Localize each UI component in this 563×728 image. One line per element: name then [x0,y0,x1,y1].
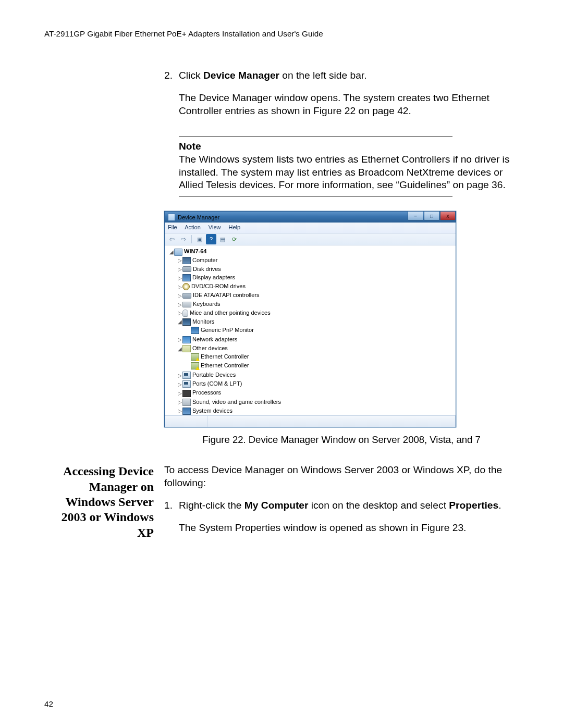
tree-label: Disk drives [193,266,221,272]
expand-icon[interactable]: ▷ [177,390,182,397]
scan-hardware-button[interactable]: ⟳ [229,234,239,244]
note-block: Note The Windows system lists two entrie… [179,140,519,192]
section2-intro: To access Device Manager on Windows Serv… [164,464,519,490]
tree-ethernet-controller-2[interactable]: Ethernet Controller [186,361,454,370]
tree-label: Network adapters [192,336,237,342]
forward-button[interactable]: ⇨ [178,234,189,244]
disk-icon [182,266,191,272]
maximize-button[interactable]: □ [424,212,439,220]
tree-ethernet-controller-1[interactable]: Ethernet Controller [186,352,454,361]
tree-root-label: WIN7-64 [184,248,206,254]
tree-label: Processors [192,389,221,396]
expand-icon[interactable]: ◢ [169,249,174,255]
device-tree[interactable]: ◢WIN7-64 ▷Computer ▷Disk drives ▷Display… [165,245,456,415]
properties-button[interactable]: ▣ [194,234,205,244]
menu-file[interactable]: File [168,224,177,230]
minimize-button[interactable]: – [408,212,423,220]
step-1-result: The System Properties window is opened a… [179,522,519,535]
step-1-xp: 1. Right-click the My Computer icon on t… [164,499,519,544]
sound-icon [182,399,191,406]
tree-label: Monitors [192,318,214,325]
computer-root-icon [174,249,182,256]
expand-icon[interactable]: ◢ [177,346,182,352]
status-cell [207,416,456,427]
dvd-icon [182,283,190,290]
keyboard-icon [182,302,191,307]
tree-monitors[interactable]: ◢Monitors Generic PnP Monitor [177,317,454,335]
expand-icon[interactable]: ▷ [177,257,182,264]
step-1-number: 1. [164,499,179,544]
toolbar-separator [191,235,192,243]
tree-keyboards[interactable]: ▷Keyboards [177,300,454,309]
tree-label: Computer [192,257,217,263]
step-1-instruction: Right-click the My Computer icon on the … [179,499,519,512]
tree-label: DVD/CD-ROM drives [191,283,246,289]
status-bar [165,415,456,427]
status-cell [165,416,207,427]
expand-icon[interactable]: ▷ [177,372,182,379]
mouse-icon [182,310,188,317]
note-body: The Windows system lists two entries as … [179,153,519,192]
portable-icon [182,372,191,379]
expand-icon [186,363,191,369]
tree-display-adapters[interactable]: ▷Display adapters [177,273,454,282]
note-top-rule [179,137,452,137]
expand-icon[interactable]: ▷ [177,399,182,405]
tree-disk-drives[interactable]: ▷Disk drives [177,265,454,274]
expand-icon [186,354,191,361]
step-2: 2. Click Device Manager on the left side… [164,69,519,127]
tree-usb[interactable]: ▷Universal Serial Bus controllers [177,415,454,416]
expand-icon[interactable]: ▷ [177,292,182,299]
device-manager-window: Device Manager – □ x File Action View He… [164,211,456,427]
ports-icon [182,380,191,388]
tree-system-devices[interactable]: ▷System devices [177,406,454,415]
menu-view[interactable]: View [209,224,221,230]
tree-label: Display adapters [192,274,235,280]
expand-icon[interactable]: ▷ [177,275,182,281]
tree-dvd[interactable]: ▷DVD/CD-ROM drives [177,282,454,291]
tree-other-devices[interactable]: ◢Other devices Ethernet Controller Ether… [177,344,454,371]
expand-icon[interactable]: ▷ [177,408,182,414]
toolbar: ⇦ ⇨ ▣ ? ▤ ⟳ [165,233,456,245]
tree-ide[interactable]: ▷IDE ATA/ATAPI controllers [177,291,454,300]
menu-help[interactable]: Help [229,224,241,230]
generic-monitor-icon [191,327,199,334]
note-bottom-rule [179,196,452,196]
note-title: Note [179,140,519,153]
display-icon [182,274,191,281]
expand-icon[interactable]: ▷ [177,336,182,343]
tree-computer[interactable]: ▷Computer [177,256,454,265]
figure-22-caption: Figure 22. Device Manager Window on Serv… [164,434,519,446]
window-titlebar[interactable]: Device Manager – □ x [165,212,456,223]
step-2-number: 2. [164,69,179,127]
tree-ports[interactable]: ▷Ports (COM & LPT) [177,379,454,388]
expand-icon[interactable]: ▷ [177,310,182,316]
step-2-instruction: Click Device Manager on the left side ba… [179,69,519,82]
window-title: Device Manager [178,214,219,221]
expand-icon[interactable]: ◢ [177,318,182,325]
expand-icon[interactable]: ▷ [177,381,182,388]
tree-sound[interactable]: ▷Sound, video and game controllers [177,398,454,406]
tree-processors[interactable]: ▷Processors [177,388,454,397]
tree-label: Generic PnP Monitor [201,327,254,333]
tree-label: Portable Devices [192,372,236,378]
tree-label: Ports (COM & LPT) [192,380,242,387]
menu-bar: File Action View Help [165,223,456,233]
tree-root[interactable]: ◢WIN7-64 ▷Computer ▷Disk drives ▷Display… [169,247,454,415]
ide-icon [182,293,191,299]
tree-mice[interactable]: ▷Mice and other pointing devices [177,309,454,317]
tree-label: System devices [192,408,232,414]
menu-action[interactable]: Action [185,224,201,230]
expand-icon[interactable]: ▷ [177,283,182,290]
back-button[interactable]: ⇦ [167,234,177,244]
tree-label: Keyboards [193,301,221,307]
help-button[interactable]: ? [206,234,216,244]
tree-portable-devices[interactable]: ▷Portable Devices [177,371,454,379]
expand-icon[interactable]: ▷ [177,301,182,308]
close-button[interactable]: x [440,212,456,220]
expand-icon[interactable]: ▷ [177,266,182,273]
tree-label: Ethernet Controller [201,353,249,360]
tree-network-adapters[interactable]: ▷Network adapters [177,335,454,344]
tree-generic-pnp-monitor[interactable]: Generic PnP Monitor [186,326,454,335]
show-hidden-button[interactable]: ▤ [217,234,228,244]
